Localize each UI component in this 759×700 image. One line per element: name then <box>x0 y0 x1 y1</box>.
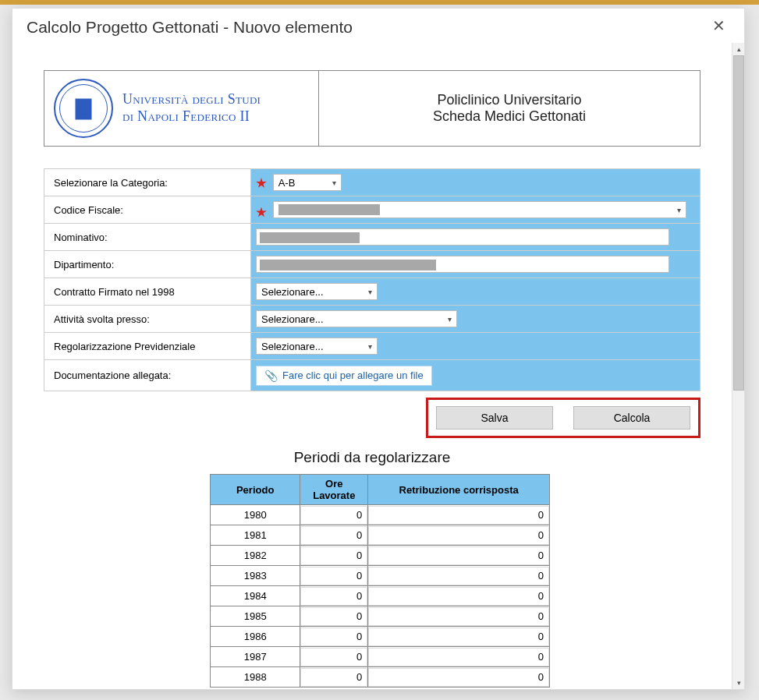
table-row: 1982 <box>211 546 550 566</box>
contratto-select[interactable]: Selezionare... ▾ <box>256 283 378 300</box>
periodo-year-cell: 1987 <box>211 647 300 667</box>
form-table: Selezionare la Categoria: A-B ▾ Codice F… <box>44 168 700 391</box>
university-logo-block: Università degli Studi di Napoli Federic… <box>44 71 319 146</box>
chevron-down-icon: ▾ <box>332 179 336 187</box>
label-attivita: Attività svolta presso: <box>44 306 251 333</box>
calcola-button[interactable]: Calcola <box>573 406 690 430</box>
table-row: 1988 <box>211 667 550 688</box>
periodo-year-cell: 1988 <box>211 667 300 688</box>
table-row: 1984 <box>211 586 550 606</box>
label-contratto: Contratto Firmato nel 1998 <box>44 278 251 306</box>
table-row: 1986 <box>211 627 550 647</box>
retribuzione-input[interactable] <box>368 526 549 545</box>
periodo-year-cell: 1982 <box>211 546 300 566</box>
attivita-select-value: Selezionare... <box>261 313 324 325</box>
doc-title-line2: Scheda Medici Gettonati <box>433 108 586 125</box>
codice-fiscale-redacted <box>278 204 380 215</box>
ore-lavorate-input[interactable] <box>300 526 367 545</box>
close-button[interactable]: ✕ <box>708 18 730 34</box>
label-codice-fiscale: Codice Fiscale: <box>44 196 251 224</box>
label-nominativo: Nominativo: <box>44 224 251 251</box>
dipartimento-input[interactable] <box>256 256 669 273</box>
retribuzione-input[interactable] <box>368 648 549 666</box>
required-marker-icon <box>256 207 267 218</box>
col-header-ore: Ore Lavorate <box>300 475 368 505</box>
ore-lavorate-input[interactable] <box>300 628 367 646</box>
codice-fiscale-select[interactable]: ▾ <box>273 201 686 218</box>
periodo-year-cell: 1985 <box>211 606 300 627</box>
scroll-up-arrow-icon[interactable]: ▴ <box>732 43 744 55</box>
categoria-select-value: A-B <box>278 177 296 189</box>
retribuzione-input[interactable] <box>368 587 549 606</box>
action-buttons-highlight: Salva Calcola <box>426 398 700 438</box>
vertical-scrollbar[interactable]: ▴ ▾ <box>732 43 744 689</box>
ore-lavorate-input[interactable] <box>300 546 367 565</box>
regolarizzazione-select[interactable]: Selezionare... ▾ <box>256 338 378 355</box>
retribuzione-input[interactable] <box>368 567 549 585</box>
university-name: Università degli Studi di Napoli Federic… <box>122 91 261 125</box>
scroll-thumb[interactable] <box>733 55 744 391</box>
periodi-section-title: Periodi da regolarizzare <box>44 449 700 466</box>
retribuzione-input[interactable] <box>368 546 549 565</box>
label-categoria: Selezionare la Categoria: <box>44 169 251 196</box>
scroll-down-arrow-icon[interactable]: ▾ <box>732 677 744 689</box>
nominativo-redacted <box>260 232 360 243</box>
required-marker-icon <box>256 178 267 189</box>
retribuzione-input[interactable] <box>368 628 549 646</box>
svg-point-1 <box>80 101 87 107</box>
ore-lavorate-input[interactable] <box>300 648 367 666</box>
periodi-table: Periodo Ore Lavorate Retribuzione corris… <box>210 474 550 688</box>
retribuzione-input[interactable] <box>368 668 549 687</box>
label-dipartimento: Dipartimento: <box>44 251 251 278</box>
salva-button[interactable]: Salva <box>436 406 553 430</box>
modal-title: Calcolo Progetto Gettonati - Nuovo eleme… <box>27 18 353 37</box>
action-buttons-row: Salva Calcola <box>44 398 700 438</box>
document-header: Università degli Studi di Napoli Federic… <box>44 70 700 147</box>
chevron-down-icon: ▾ <box>368 288 372 296</box>
modal-header: Calcolo Progetto Gettonati - Nuovo eleme… <box>12 9 744 43</box>
university-line1: Università degli Studi <box>122 91 261 108</box>
periodo-year-cell: 1986 <box>211 627 300 647</box>
close-icon: ✕ <box>712 17 725 34</box>
modal-body: Università degli Studi di Napoli Federic… <box>12 43 744 689</box>
ore-lavorate-input[interactable] <box>300 506 367 525</box>
periodo-year-cell: 1980 <box>211 505 300 525</box>
ore-lavorate-input[interactable] <box>300 668 367 687</box>
contratto-select-value: Selezionare... <box>261 286 324 298</box>
modal-dialog: Calcolo Progetto Gettonati - Nuovo eleme… <box>12 8 745 690</box>
col-header-retribuzione: Retribuzione corrisposta <box>368 475 550 505</box>
chevron-down-icon: ▾ <box>368 342 372 351</box>
label-documentazione: Documentazione allegata: <box>44 360 251 391</box>
categoria-select[interactable]: A-B ▾ <box>273 174 342 191</box>
chevron-down-icon: ▾ <box>677 206 681 214</box>
doc-title-line1: Policlinico Universitario <box>437 92 581 108</box>
scroll-area[interactable]: Università degli Studi di Napoli Federic… <box>12 43 732 689</box>
ore-lavorate-input[interactable] <box>300 587 367 606</box>
retribuzione-input[interactable] <box>368 506 549 525</box>
document-title-block: Policlinico Universitario Scheda Medici … <box>319 71 700 146</box>
svg-rect-0 <box>76 99 91 119</box>
table-row: 1981 <box>211 525 550 546</box>
label-regolarizzazione: Regolarizzazione Previdenziale <box>44 333 251 360</box>
retribuzione-input[interactable] <box>368 607 549 626</box>
university-line2: di Napoli Federico II <box>122 108 261 126</box>
table-row: 1985 <box>211 606 550 627</box>
attivita-select[interactable]: Selezionare... ▾ <box>256 310 457 327</box>
ore-lavorate-input[interactable] <box>300 567 367 585</box>
nominativo-input[interactable] <box>256 228 669 246</box>
periodo-year-cell: 1983 <box>211 566 300 586</box>
table-row: 1987 <box>211 647 550 667</box>
dipartimento-redacted <box>260 260 436 270</box>
periodo-year-cell: 1984 <box>211 586 300 606</box>
ore-lavorate-input[interactable] <box>300 607 367 626</box>
regolarizzazione-select-value: Selezionare... <box>261 341 324 352</box>
attach-file-label: Fare clic qui per allegare un file <box>282 369 424 381</box>
attach-file-button[interactable]: 📎 Fare clic qui per allegare un file <box>256 366 432 386</box>
window-accent-bar <box>0 0 759 5</box>
col-header-periodo: Periodo <box>211 475 300 505</box>
periodo-year-cell: 1981 <box>211 525 300 546</box>
table-row: 1980 <box>211 505 550 525</box>
chevron-down-icon: ▾ <box>448 315 452 323</box>
paperclip-icon: 📎 <box>264 369 278 382</box>
university-seal-icon <box>54 79 113 138</box>
